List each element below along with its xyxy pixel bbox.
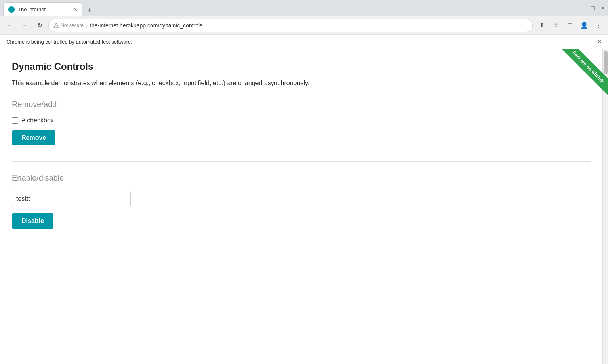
extensions-button[interactable]: □: [564, 19, 576, 32]
tab-favicon: [8, 6, 15, 13]
tab-close-icon[interactable]: ×: [74, 6, 77, 13]
tab-title: The Internet: [18, 6, 71, 12]
banner-close-button[interactable]: ×: [597, 38, 602, 46]
share-button[interactable]: ⬆: [535, 19, 548, 32]
back-icon: ←: [6, 22, 13, 29]
profile-icon: 👤: [580, 21, 588, 29]
forward-icon: →: [21, 22, 28, 29]
automation-banner-text: Chrome is being controlled by automated …: [6, 39, 132, 45]
enable-disable-input[interactable]: [12, 191, 131, 207]
browser-window: The Internet × + − □ × ← → ↻ !: [0, 0, 608, 364]
disable-button[interactable]: Disable: [12, 213, 53, 229]
scrollbar-thumb[interactable]: [604, 51, 608, 74]
not-secure-indicator: ! Not secure: [53, 23, 84, 28]
address-text: the-internet.herokuapp.com/dynamic_contr…: [90, 22, 528, 29]
automation-banner: Chrome is being controlled by automated …: [0, 35, 608, 49]
star-icon: ☆: [553, 21, 558, 29]
minimize-button[interactable]: −: [581, 5, 584, 11]
window-close-button[interactable]: ×: [602, 5, 605, 11]
address-divider: |: [86, 22, 88, 29]
menu-button[interactable]: ⋮: [592, 19, 605, 32]
forward-button[interactable]: →: [18, 19, 31, 32]
reload-icon: ↻: [37, 21, 42, 29]
warning-icon: !: [53, 23, 59, 28]
title-bar: The Internet × + − □ ×: [0, 0, 608, 16]
menu-icon: ⋮: [595, 21, 602, 29]
page-body: Fork me on GitHub Dynamic Controls This …: [0, 49, 602, 364]
window-controls: − □ ×: [581, 0, 605, 16]
remove-button[interactable]: Remove: [12, 130, 55, 145]
reload-button[interactable]: ↻: [33, 19, 46, 32]
bookmark-button[interactable]: ☆: [549, 19, 562, 32]
new-tab-button[interactable]: +: [84, 5, 95, 16]
share-icon: ⬆: [539, 21, 544, 29]
page-title: Dynamic Controls: [12, 61, 591, 72]
address-bar[interactable]: ! Not secure | the-internet.herokuapp.co…: [48, 19, 533, 32]
checkbox-row: A checkbox: [12, 117, 591, 124]
nav-bar: ← → ↻ ! Not secure | the-internet.heroku…: [0, 16, 608, 35]
page-description: This example demonstrates when elements …: [12, 78, 591, 88]
profile-button[interactable]: 👤: [578, 19, 591, 32]
extensions-icon: □: [568, 22, 572, 29]
svg-text:!: !: [56, 24, 57, 27]
scrollbar[interactable]: [602, 49, 608, 364]
checkbox-label: A checkbox: [21, 117, 54, 124]
enable-disable-section-title: Enable/disable: [12, 173, 591, 183]
a-checkbox[interactable]: [12, 117, 18, 124]
page-content: Fork me on GitHub Dynamic Controls This …: [0, 49, 608, 364]
back-button[interactable]: ←: [3, 19, 16, 32]
maximize-button[interactable]: □: [591, 5, 594, 11]
active-tab[interactable]: The Internet ×: [3, 2, 82, 16]
section-divider: [12, 161, 591, 162]
tab-strip: The Internet × +: [3, 0, 605, 16]
nav-right-icons: ⬆ ☆ □ 👤 ⋮: [535, 19, 605, 32]
remove-add-section-title: Remove/add: [12, 100, 591, 109]
